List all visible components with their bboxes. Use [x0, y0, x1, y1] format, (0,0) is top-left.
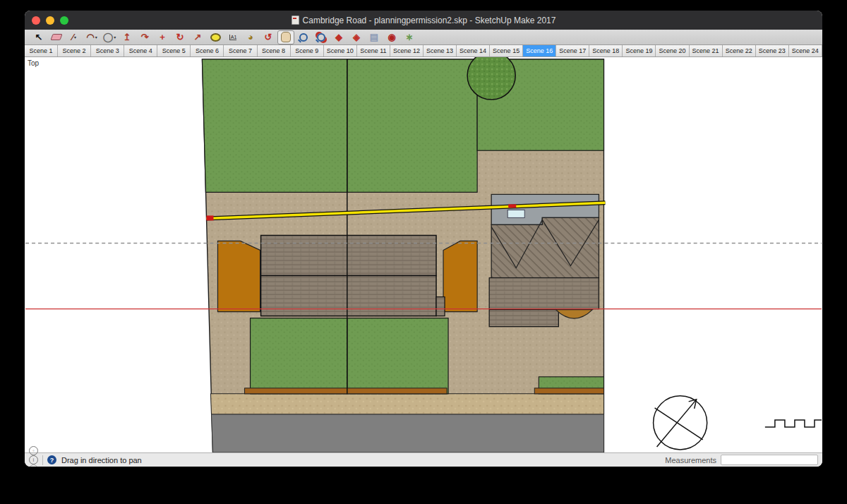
help-icon[interactable]: ?: [47, 455, 56, 464]
get-models-tool-icon[interactable]: ◆: [330, 30, 347, 44]
scene-tab[interactable]: Scene 17: [556, 45, 589, 56]
title-bar: Cambridge Road - planningpermission2.skp…: [25, 11, 822, 30]
send-to-layout-tool-icon[interactable]: ▤: [366, 30, 383, 44]
garden-wall-right: [534, 388, 603, 394]
north-arrow: [654, 396, 707, 450]
scene-tab[interactable]: Scene 13: [424, 45, 457, 56]
scene-tab[interactable]: Scene 19: [623, 45, 656, 56]
scene-tab[interactable]: Scene 10: [324, 45, 357, 56]
scene-tab[interactable]: Scene 9: [291, 45, 324, 56]
main-building-front: [261, 276, 436, 316]
toolbar: ↖∕▾◠▾◯▾↥↷+↻↗A1◕↺◆◈▤◉∗: [25, 30, 822, 45]
front-lawn-left: [251, 318, 347, 394]
right-building-roof: [491, 217, 599, 277]
circle-tool-icon[interactable]: ◯▾: [101, 30, 118, 44]
document-icon: [292, 16, 299, 25]
window-title-text: Cambridge Road - planningpermission2.skp…: [303, 16, 556, 25]
scene-tab[interactable]: Scene 12: [390, 45, 424, 56]
zoom-window-button[interactable]: [60, 16, 68, 25]
right-building-band: [489, 278, 599, 309]
scene-tab[interactable]: Scene 23: [756, 45, 789, 56]
zoom-extents-tool-icon[interactable]: [313, 30, 330, 44]
main-building-rear: [261, 235, 436, 275]
front-lawn-middle: [347, 318, 448, 394]
crenellation-symbol: [765, 420, 822, 427]
right-building-front: [489, 310, 558, 327]
garden-wall-left: [245, 388, 447, 394]
window-title: Cambridge Road - planningpermission2.skp…: [292, 16, 556, 25]
tree-canopy: [467, 57, 515, 100]
share-model-tool-icon[interactable]: ◈: [348, 30, 365, 44]
line-tool-icon[interactable]: ∕▾: [66, 30, 83, 44]
geolocation-icon[interactable]: ◦: [29, 446, 38, 455]
scene-tab[interactable]: Scene 1: [25, 45, 58, 56]
measurements-label: Measurements: [665, 456, 716, 464]
scene-tab[interactable]: Scene 4: [124, 45, 157, 56]
status-hint-text: Drag in direction to pan: [61, 456, 142, 464]
paint-bucket-tool-icon[interactable]: ◕: [242, 30, 259, 44]
main-building-step: [436, 297, 445, 316]
scene-tab[interactable]: Scene 21: [690, 45, 723, 56]
sidewalk: [210, 394, 603, 414]
side-extension-right: [443, 241, 477, 311]
measurements-input[interactable]: [721, 455, 818, 465]
rotate-tool-icon[interactable]: ↻: [172, 30, 188, 44]
model-info-icon[interactable]: i: [29, 455, 38, 464]
scene-tab[interactable]: Scene 6: [191, 45, 224, 56]
tape-start-marker: [206, 215, 213, 220]
status-bar: ◦i● ? Drag in direction to pan Measureme…: [25, 452, 822, 467]
scene-tab[interactable]: Scene 5: [157, 45, 191, 56]
close-window-button[interactable]: [32, 16, 40, 25]
scene-tab[interactable]: Scene 15: [490, 45, 523, 56]
axes-tool-icon[interactable]: ∗: [401, 30, 418, 44]
pan-tool-icon[interactable]: [277, 30, 294, 44]
sign-in-icon[interactable]: ●: [29, 464, 38, 467]
scene-tab[interactable]: Scene 11: [357, 45, 390, 56]
scene-tabs-bar: Scene 1Scene 2Scene 3Scene 4Scene 5Scene…: [25, 45, 822, 57]
scene-tab[interactable]: Scene 3: [91, 45, 124, 56]
scale-tool-icon[interactable]: ↗: [189, 30, 206, 44]
drawing-canvas[interactable]: Top: [25, 57, 822, 452]
extension-warehouse-tool-icon[interactable]: ◉: [383, 30, 400, 44]
text-tool-icon[interactable]: A1: [224, 30, 241, 44]
scene-tab[interactable]: Scene 22: [723, 45, 756, 56]
scene-tab[interactable]: Scene 2: [58, 45, 91, 56]
scene-tab[interactable]: Scene 20: [656, 45, 689, 56]
view-orientation-label: Top: [28, 59, 39, 67]
zoom-tool-icon[interactable]: [295, 30, 312, 44]
rear-lawn-middle: [347, 59, 477, 192]
tape-mid-marker: [508, 204, 516, 208]
push-pull-tool-icon[interactable]: ↥: [119, 30, 136, 44]
scene-tab[interactable]: Scene 16: [523, 45, 556, 56]
arc-tool-icon[interactable]: ◠▾: [83, 30, 100, 44]
skylight: [507, 210, 524, 217]
site-plan-svg: [25, 57, 822, 452]
follow-me-tool-icon[interactable]: ↷: [136, 30, 153, 44]
scene-tab[interactable]: Scene 14: [457, 45, 490, 56]
sketchup-window: Cambridge Road - planningpermission2.skp…: [25, 11, 822, 467]
orbit-tool-icon[interactable]: ↺: [260, 30, 277, 44]
scene-tab[interactable]: Scene 18: [589, 45, 623, 56]
window-controls: [32, 16, 68, 25]
select-tool-icon[interactable]: ↖: [30, 30, 47, 44]
move-tool-icon[interactable]: +: [154, 30, 171, 44]
scene-tab[interactable]: Scene 7: [224, 45, 257, 56]
status-icons: ◦i●: [29, 446, 41, 467]
status-separator: [42, 455, 43, 465]
side-extension-left: [217, 241, 260, 311]
eraser-tool-icon[interactable]: [48, 30, 65, 44]
scene-tab[interactable]: Scene 8: [258, 45, 291, 56]
scene-tab[interactable]: Scene 24: [789, 45, 822, 56]
rear-lawn-left: [202, 59, 347, 192]
road: [211, 414, 603, 452]
minimize-window-button[interactable]: [46, 16, 54, 25]
tape-measure-tool-icon[interactable]: [207, 30, 224, 44]
